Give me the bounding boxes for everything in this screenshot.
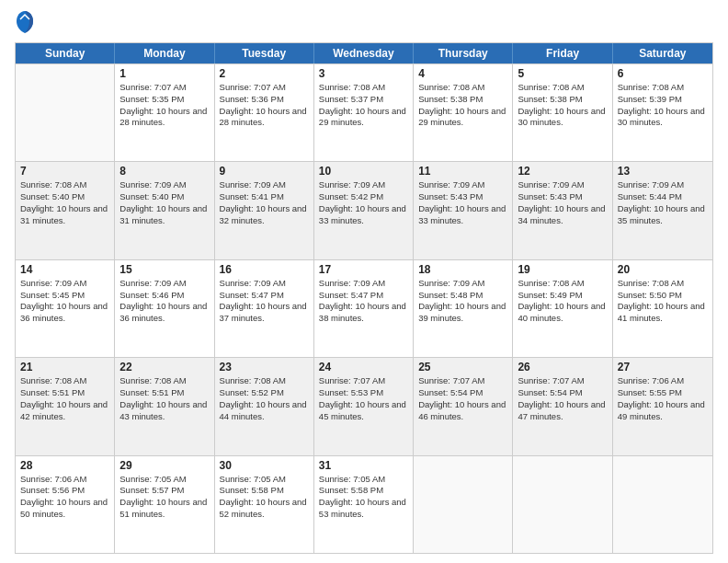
day-info: Sunrise: 7:08 AMSunset: 5:49 PMDaylight:… <box>518 278 607 325</box>
day-number: 29 <box>119 459 209 472</box>
calendar-cell: 25Sunrise: 7:07 AMSunset: 5:54 PMDayligh… <box>414 358 513 454</box>
day-info: Sunrise: 7:07 AMSunset: 5:53 PMDaylight:… <box>319 375 408 422</box>
calendar: SundayMondayTuesdayWednesdayThursdayFrid… <box>15 42 713 554</box>
day-info: Sunrise: 7:08 AMSunset: 5:51 PMDaylight:… <box>20 375 109 422</box>
header-day-monday: Monday <box>115 43 214 63</box>
header-day-thursday: Thursday <box>414 43 513 63</box>
day-number: 13 <box>618 165 708 178</box>
calendar-cell: 12Sunrise: 7:09 AMSunset: 5:43 PMDayligh… <box>513 162 612 259</box>
calendar-cell: 2Sunrise: 7:07 AMSunset: 5:36 PMDaylight… <box>215 64 314 161</box>
calendar-row-4: 28Sunrise: 7:06 AMSunset: 5:56 PMDayligh… <box>16 455 712 553</box>
calendar-header: SundayMondayTuesdayWednesdayThursdayFrid… <box>16 43 712 63</box>
calendar-row-0: 1Sunrise: 7:07 AMSunset: 5:35 PMDaylight… <box>16 63 712 161</box>
day-info: Sunrise: 7:05 AMSunset: 5:58 PMDaylight:… <box>220 474 309 521</box>
day-info: Sunrise: 7:08 AMSunset: 5:38 PMDaylight:… <box>418 82 507 129</box>
day-number: 18 <box>418 263 507 276</box>
day-number: 4 <box>418 67 507 80</box>
day-number: 7 <box>20 165 109 178</box>
day-info: Sunrise: 7:05 AMSunset: 5:58 PMDaylight:… <box>319 474 408 521</box>
day-number: 22 <box>119 361 209 373</box>
calendar-cell: 21Sunrise: 7:08 AMSunset: 5:51 PMDayligh… <box>16 358 115 454</box>
day-info: Sunrise: 7:08 AMSunset: 5:37 PMDaylight:… <box>319 82 408 129</box>
calendar-cell: 8Sunrise: 7:09 AMSunset: 5:40 PMDaylight… <box>115 162 214 259</box>
day-info: Sunrise: 7:08 AMSunset: 5:50 PMDaylight:… <box>618 278 708 325</box>
day-number: 5 <box>518 67 607 80</box>
header-day-sunday: Sunday <box>16 43 115 63</box>
calendar-cell: 9Sunrise: 7:09 AMSunset: 5:41 PMDaylight… <box>215 162 314 259</box>
day-number: 11 <box>418 165 507 178</box>
calendar-cell: 7Sunrise: 7:08 AMSunset: 5:40 PMDaylight… <box>16 162 115 259</box>
day-number: 6 <box>618 67 708 80</box>
day-number: 28 <box>20 459 109 472</box>
calendar-row-1: 7Sunrise: 7:08 AMSunset: 5:40 PMDaylight… <box>16 161 712 259</box>
calendar-cell: 13Sunrise: 7:09 AMSunset: 5:44 PMDayligh… <box>613 162 712 259</box>
calendar-cell: 29Sunrise: 7:05 AMSunset: 5:57 PMDayligh… <box>115 456 214 553</box>
day-info: Sunrise: 7:07 AMSunset: 5:35 PMDaylight:… <box>119 82 209 129</box>
calendar-row-3: 21Sunrise: 7:08 AMSunset: 5:51 PMDayligh… <box>16 357 712 454</box>
day-info: Sunrise: 7:09 AMSunset: 5:40 PMDaylight:… <box>119 179 209 226</box>
calendar-cell: 24Sunrise: 7:07 AMSunset: 5:53 PMDayligh… <box>314 358 414 454</box>
header-day-wednesday: Wednesday <box>314 43 414 63</box>
calendar-body: 1Sunrise: 7:07 AMSunset: 5:35 PMDaylight… <box>16 63 712 553</box>
day-info: Sunrise: 7:09 AMSunset: 5:42 PMDaylight:… <box>319 179 408 226</box>
calendar-cell: 4Sunrise: 7:08 AMSunset: 5:38 PMDaylight… <box>414 64 513 161</box>
calendar-cell: 26Sunrise: 7:07 AMSunset: 5:54 PMDayligh… <box>513 358 612 454</box>
calendar-cell: 1Sunrise: 7:07 AMSunset: 5:35 PMDaylight… <box>115 64 214 161</box>
day-number: 9 <box>220 165 309 178</box>
day-info: Sunrise: 7:08 AMSunset: 5:39 PMDaylight:… <box>618 82 708 129</box>
day-number: 27 <box>618 361 708 373</box>
day-number: 19 <box>518 263 607 276</box>
day-number: 23 <box>220 361 309 373</box>
day-info: Sunrise: 7:08 AMSunset: 5:40 PMDaylight:… <box>20 179 109 226</box>
day-info: Sunrise: 7:06 AMSunset: 5:55 PMDaylight:… <box>618 375 708 422</box>
calendar-cell: 6Sunrise: 7:08 AMSunset: 5:39 PMDaylight… <box>613 64 712 161</box>
day-number: 8 <box>119 165 209 178</box>
calendar-cell: 18Sunrise: 7:09 AMSunset: 5:48 PMDayligh… <box>414 260 513 357</box>
day-info: Sunrise: 7:07 AMSunset: 5:54 PMDaylight:… <box>418 375 507 422</box>
day-number: 21 <box>20 361 109 373</box>
day-info: Sunrise: 7:09 AMSunset: 5:48 PMDaylight:… <box>418 278 507 325</box>
calendar-cell: 22Sunrise: 7:08 AMSunset: 5:51 PMDayligh… <box>115 358 214 454</box>
day-number: 14 <box>20 263 109 276</box>
page: SundayMondayTuesdayWednesdayThursdayFrid… <box>0 0 728 563</box>
calendar-cell: 16Sunrise: 7:09 AMSunset: 5:47 PMDayligh… <box>215 260 314 357</box>
calendar-cell <box>513 456 612 553</box>
day-info: Sunrise: 7:07 AMSunset: 5:54 PMDaylight:… <box>518 375 607 422</box>
day-info: Sunrise: 7:09 AMSunset: 5:45 PMDaylight:… <box>20 278 109 325</box>
day-number: 1 <box>119 67 209 80</box>
calendar-cell: 15Sunrise: 7:09 AMSunset: 5:46 PMDayligh… <box>115 260 214 357</box>
day-number: 3 <box>319 67 408 80</box>
day-info: Sunrise: 7:08 AMSunset: 5:51 PMDaylight:… <box>119 375 209 422</box>
day-number: 12 <box>518 165 607 178</box>
day-info: Sunrise: 7:05 AMSunset: 5:57 PMDaylight:… <box>119 474 209 521</box>
calendar-cell: 23Sunrise: 7:08 AMSunset: 5:52 PMDayligh… <box>215 358 314 454</box>
calendar-cell: 30Sunrise: 7:05 AMSunset: 5:58 PMDayligh… <box>215 456 314 553</box>
day-info: Sunrise: 7:09 AMSunset: 5:43 PMDaylight:… <box>418 179 507 226</box>
calendar-cell: 3Sunrise: 7:08 AMSunset: 5:37 PMDaylight… <box>314 64 414 161</box>
calendar-cell: 19Sunrise: 7:08 AMSunset: 5:49 PMDayligh… <box>513 260 612 357</box>
day-info: Sunrise: 7:09 AMSunset: 5:47 PMDaylight:… <box>220 278 309 325</box>
day-info: Sunrise: 7:08 AMSunset: 5:38 PMDaylight:… <box>518 82 607 129</box>
calendar-cell: 11Sunrise: 7:09 AMSunset: 5:43 PMDayligh… <box>414 162 513 259</box>
day-info: Sunrise: 7:08 AMSunset: 5:52 PMDaylight:… <box>220 375 309 422</box>
day-info: Sunrise: 7:09 AMSunset: 5:41 PMDaylight:… <box>220 179 309 226</box>
calendar-cell <box>414 456 513 553</box>
day-number: 25 <box>418 361 507 373</box>
day-info: Sunrise: 7:09 AMSunset: 5:47 PMDaylight:… <box>319 278 408 325</box>
calendar-cell: 17Sunrise: 7:09 AMSunset: 5:47 PMDayligh… <box>314 260 414 357</box>
calendar-cell <box>16 64 115 161</box>
day-info: Sunrise: 7:07 AMSunset: 5:36 PMDaylight:… <box>220 82 309 129</box>
calendar-cell: 10Sunrise: 7:09 AMSunset: 5:42 PMDayligh… <box>314 162 414 259</box>
header-day-tuesday: Tuesday <box>215 43 314 63</box>
calendar-cell: 27Sunrise: 7:06 AMSunset: 5:55 PMDayligh… <box>613 358 712 454</box>
calendar-cell: 14Sunrise: 7:09 AMSunset: 5:45 PMDayligh… <box>16 260 115 357</box>
day-number: 31 <box>319 459 408 472</box>
day-info: Sunrise: 7:09 AMSunset: 5:46 PMDaylight:… <box>119 278 209 325</box>
logo <box>15 9 39 35</box>
calendar-cell <box>613 456 712 553</box>
day-number: 2 <box>220 67 309 80</box>
calendar-cell: 20Sunrise: 7:08 AMSunset: 5:50 PMDayligh… <box>613 260 712 357</box>
calendar-cell: 31Sunrise: 7:05 AMSunset: 5:58 PMDayligh… <box>314 456 414 553</box>
day-number: 10 <box>319 165 408 178</box>
calendar-cell: 5Sunrise: 7:08 AMSunset: 5:38 PMDaylight… <box>513 64 612 161</box>
